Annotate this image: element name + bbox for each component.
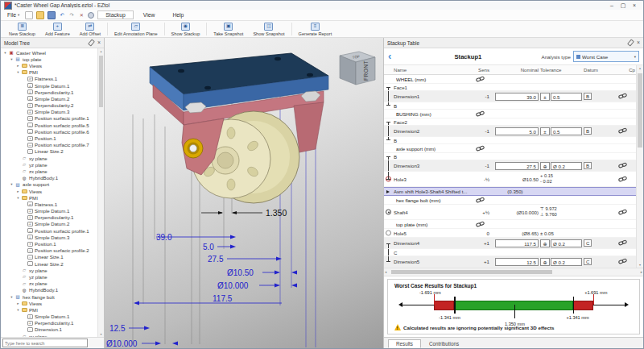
open-file-icon[interactable] bbox=[36, 11, 44, 19]
analysis-type-select[interactable]: Worst Case ▾ bbox=[573, 51, 639, 62]
dim-shaft-dia-2[interactable]: Ø10.000 bbox=[106, 339, 138, 348]
tree-item-simple-datum-1[interactable]: ⊥Simple Datum.1 bbox=[2, 82, 104, 89]
tree-item-perpendicularity-1[interactable]: ⊥Perpendicularity.1 bbox=[2, 89, 104, 95]
maximize-button[interactable]: ▢ bbox=[617, 1, 629, 10]
add-feature-button[interactable]: +Add Feature bbox=[40, 21, 75, 37]
viewport-3d[interactable]: 1.350 39.0 5.0 27.5 bbox=[105, 38, 383, 348]
table-row-hole3[interactable]: Hole3-½Ø10.50+ 0.15- 0.02 bbox=[384, 172, 643, 187]
nominal-value-box[interactable]: 27.5 bbox=[495, 162, 539, 170]
link-icon[interactable] bbox=[473, 221, 486, 228]
new-stackup-button[interactable]: ≣New Stackup bbox=[4, 21, 40, 37]
datum-value-box[interactable]: C bbox=[584, 258, 592, 265]
tab-stackup[interactable]: Stackup bbox=[97, 10, 134, 19]
col-name[interactable]: Name bbox=[394, 67, 471, 73]
datum-value-box[interactable]: B bbox=[584, 127, 592, 135]
tolerance-value-box[interactable]: 0.5 bbox=[551, 127, 582, 135]
tree-item-zx-plane[interactable]: ▱zx plane bbox=[2, 168, 104, 174]
tree-item-pmi[interactable]: ▾PMI bbox=[2, 194, 104, 201]
table-row-axle-support-mm[interactable]: axle support (mm) bbox=[384, 144, 643, 153]
tree-item-yz-plane[interactable]: ▱yz plane bbox=[2, 161, 104, 168]
tree-item-xy-plane[interactable]: ▱xy plane bbox=[2, 267, 104, 273]
redo-icon[interactable]: ↷ bbox=[68, 12, 75, 19]
tolerance-type-icon[interactable]: ± bbox=[540, 127, 550, 135]
table-horizontal-scrollbar[interactable]: ◂ ▸ bbox=[384, 268, 643, 276]
tolerance-type-icon[interactable]: ± bbox=[540, 93, 550, 101]
dim-5[interactable]: 5.0 bbox=[203, 243, 214, 251]
search-input[interactable] bbox=[2, 339, 88, 347]
link-icon[interactable] bbox=[616, 258, 629, 265]
tree-item-dimension-1[interactable]: ↔Dimension.1 bbox=[2, 326, 104, 333]
scroll-left-icon[interactable]: ◂ bbox=[385, 268, 386, 276]
tree-item-simple-datum-3[interactable]: ⊥Simple Datum.3 bbox=[2, 109, 104, 115]
tree-expand-arrow[interactable]: ▸ bbox=[15, 301, 21, 305]
link-icon[interactable] bbox=[616, 162, 629, 169]
table-row-face1[interactable]: Face1 bbox=[384, 84, 643, 91]
dim-12-5[interactable]: 12.5 bbox=[109, 324, 126, 333]
pin-icon[interactable] bbox=[627, 39, 634, 46]
tree-item-simple-datum-1[interactable]: ⊥Simple Datum.1 bbox=[2, 208, 104, 214]
nominal-value-box[interactable]: 117.5 bbox=[495, 239, 539, 247]
table-row-b[interactable]: B bbox=[384, 102, 643, 110]
table-row-wheel-mm[interactable]: WHEEL (mm) bbox=[384, 75, 643, 84]
link-icon[interactable] bbox=[473, 145, 486, 152]
tree-item-linear-size-2[interactable]: ↔Linear Size.2 bbox=[2, 148, 104, 155]
dim-27-5[interactable]: 27.5 bbox=[208, 255, 224, 264]
col-tolerance[interactable]: Tolerance bbox=[539, 67, 584, 73]
table-row-dimension1[interactable]: Dimension1-139.0±0.5B bbox=[384, 91, 643, 102]
tree-item-caster-wheel[interactable]: ▾▣Caster Wheel bbox=[2, 49, 104, 56]
tolerance-value-box[interactable]: Ø 0.2 bbox=[551, 258, 582, 266]
tree-item-simple-datum-2[interactable]: ⊥Simple Datum.2 bbox=[2, 95, 104, 102]
col-sens[interactable]: Sens bbox=[471, 67, 492, 73]
show-stackup-button[interactable]: ◉Show Stackup bbox=[167, 21, 205, 37]
datum-value-box[interactable]: B bbox=[584, 162, 592, 169]
tree-item-zx-plane[interactable]: ▱zx plane bbox=[2, 280, 104, 287]
tree-item-position-1[interactable]: ⌖Position.1 bbox=[2, 240, 104, 247]
tolerance-type-icon[interactable]: ⊕ bbox=[540, 239, 550, 247]
tree-item-pmi[interactable]: ▾PMI bbox=[2, 306, 104, 313]
show-snapshot-button[interactable]: ◫Show Snapshot bbox=[248, 21, 289, 37]
tab-contributions[interactable]: Contributions bbox=[421, 339, 467, 348]
datum-value-box[interactable]: C bbox=[584, 239, 592, 247]
nominal-value-box[interactable]: 12.5 bbox=[495, 258, 539, 266]
table-row-b[interactable]: B bbox=[384, 153, 643, 160]
dim-117-5[interactable]: 117.5 bbox=[213, 294, 233, 303]
dim-shaft-dia[interactable]: Ø10.000 bbox=[217, 281, 249, 290]
table-row-hole5[interactable]: Hole50(Ø8.65)± 0.05 bbox=[384, 229, 643, 238]
table-row-shaft4[interactable]: Shaft4+½(Ø10.000)⊤ 9.972⊥ 9.760 bbox=[384, 205, 643, 220]
tree-expand-arrow[interactable]: ▸ bbox=[15, 189, 21, 193]
undo-icon[interactable]: ↶ bbox=[59, 12, 65, 19]
tolerance-type-icon[interactable]: ⊕ bbox=[540, 258, 550, 266]
table-row-bushing-mm[interactable]: BUSHING (mm) bbox=[384, 110, 643, 118]
scroll-up-icon[interactable]: ▴ bbox=[637, 65, 643, 71]
tree-expand-arrow[interactable]: ▾ bbox=[9, 182, 14, 186]
link-icon[interactable] bbox=[473, 197, 486, 204]
tree-expand-arrow[interactable]: ▾ bbox=[9, 57, 14, 61]
table-row-b[interactable]: B bbox=[384, 137, 643, 144]
tree-item-linear-size-2[interactable]: ↔Linear Size.2 bbox=[2, 260, 104, 267]
tree-item-position-surfacic-profile-2[interactable]: ⌓Position surfacic profile.2 bbox=[2, 247, 104, 254]
scroll-down-icon[interactable]: ▾ bbox=[98, 331, 104, 337]
link-icon[interactable] bbox=[616, 209, 629, 216]
panel-close-icon[interactable]: × bbox=[97, 39, 101, 46]
tree-item-yz-plane[interactable]: ▱yz plane bbox=[2, 273, 104, 280]
scrollbar-thumb[interactable] bbox=[638, 73, 642, 147]
tab-help[interactable]: Help bbox=[164, 10, 192, 19]
table-vertical-scrollbar[interactable]: ▴ ▾ bbox=[636, 65, 643, 268]
tree-item-simple-datum-1[interactable]: ⊥Simple Datum.1 bbox=[2, 314, 104, 320]
col-datum[interactable]: Datum bbox=[584, 67, 616, 73]
dim-39[interactable]: 39.0 bbox=[156, 233, 172, 242]
minimize-button[interactable]: – bbox=[606, 1, 617, 10]
col-cp[interactable]: Cp bbox=[629, 65, 635, 74]
datum-value-box[interactable]: B bbox=[584, 93, 592, 100]
tree-expand-arrow[interactable]: ▾ bbox=[15, 196, 21, 200]
dim-hole-dia[interactable]: Ø10.50 bbox=[227, 268, 254, 277]
file-menu[interactable]: File ▾ bbox=[3, 12, 23, 18]
table-row-face2[interactable]: Face2 bbox=[384, 118, 643, 126]
tree-item-xy-plane[interactable]: ▱xy plane bbox=[2, 155, 104, 161]
panel-close-icon[interactable]: × bbox=[637, 39, 640, 46]
tree-vertical-scrollbar[interactable]: ▴ ▾ bbox=[97, 48, 104, 337]
bushing[interactable] bbox=[184, 139, 203, 158]
tree-item-perpendicularity-1[interactable]: ⊥Perpendicularity.1 bbox=[2, 214, 104, 221]
table-row-dimension4[interactable]: Dimension4+1117.5⊕Ø 0.2C bbox=[384, 238, 643, 249]
pin-icon[interactable] bbox=[88, 39, 95, 46]
